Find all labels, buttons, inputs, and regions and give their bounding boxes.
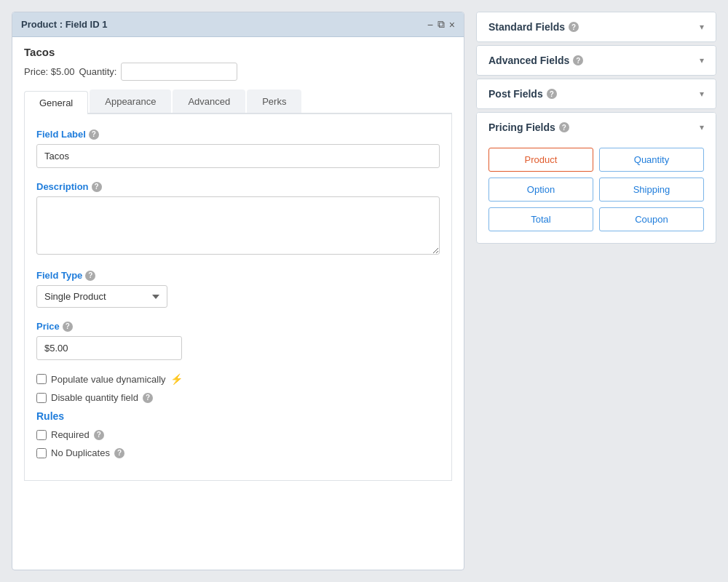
- copy-icon[interactable]: ⧉: [438, 18, 445, 31]
- tab-perks[interactable]: Perks: [247, 89, 301, 113]
- populate-dynamic-label: Populate value dynamically: [51, 374, 166, 385]
- disable-quantity-checkbox[interactable]: [36, 393, 47, 403]
- pricing-btn-quantity[interactable]: Quantity: [599, 148, 704, 172]
- left-panel: Product : Field ID 1 − ⧉ × Tacos Price: …: [12, 12, 464, 570]
- disable-quantity-help-icon[interactable]: ?: [143, 393, 153, 403]
- populate-dynamic-row: Populate value dynamically ⚡: [36, 373, 440, 385]
- description-label: Description ?: [36, 181, 440, 192]
- quantity-label: Quantity:: [79, 66, 116, 77]
- close-icon[interactable]: ×: [449, 19, 455, 31]
- right-panel: Standard Fields ? ▾ Advanced Fields ? ▾ …: [476, 12, 716, 570]
- tab-appearance[interactable]: Appearance: [90, 89, 171, 113]
- panel-body: Tacos Price: $5.00 Quantity: General App…: [12, 37, 464, 570]
- tab-content-general: Field Label ? Description ? Fi: [24, 114, 452, 481]
- pricing-fields-title: Pricing Fields ?: [488, 121, 569, 133]
- pricing-btn-coupon[interactable]: Coupon: [599, 207, 704, 231]
- post-fields-chevron: ▾: [700, 89, 704, 99]
- no-duplicates-row: No Duplicates ?: [36, 447, 440, 458]
- required-row: Required ?: [36, 429, 440, 440]
- field-type-select-wrap: Single Product Product Checkboxes Produc…: [36, 285, 440, 308]
- disable-quantity-row: Disable quantity field ?: [36, 392, 440, 403]
- pricing-btn-shipping[interactable]: Shipping: [599, 178, 704, 202]
- field-type-select[interactable]: Single Product Product Checkboxes Produc…: [36, 285, 167, 308]
- no-duplicates-help-icon[interactable]: ?: [114, 448, 124, 458]
- pricing-btn-product[interactable]: Product: [488, 148, 593, 172]
- price-help-icon[interactable]: ?: [63, 322, 73, 332]
- tab-advanced[interactable]: Advanced: [173, 89, 245, 113]
- price-display: Price: $5.00: [24, 66, 74, 77]
- accordion-advanced: Advanced Fields ? ▾: [476, 45, 716, 76]
- lightning-icon: ⚡: [170, 373, 183, 385]
- price-quantity-row: Price: $5.00 Quantity:: [24, 63, 452, 81]
- populate-dynamic-checkbox[interactable]: [36, 374, 47, 384]
- description-textarea[interactable]: [36, 196, 440, 255]
- field-label-label: Field Label ?: [36, 129, 440, 140]
- accordion-post-header[interactable]: Post Fields ? ▾: [477, 79, 716, 108]
- price-label: Price ?: [36, 321, 440, 332]
- pricing-fields-grid: Product Quantity Option Shipping Total C…: [477, 142, 716, 243]
- accordion-advanced-header[interactable]: Advanced Fields ? ▾: [477, 46, 716, 75]
- minimize-icon[interactable]: −: [427, 19, 433, 31]
- pricing-btn-option[interactable]: Option: [488, 178, 593, 202]
- panel-title: Product : Field ID 1: [21, 19, 107, 30]
- standard-fields-help-icon[interactable]: ?: [569, 22, 579, 32]
- price-group: Price ?: [36, 321, 440, 360]
- field-label-input[interactable]: [36, 144, 440, 168]
- required-label: Required: [51, 429, 90, 440]
- advanced-fields-help-icon[interactable]: ?: [573, 55, 583, 65]
- required-checkbox[interactable]: [36, 430, 47, 440]
- tab-general[interactable]: General: [24, 91, 88, 114]
- price-input[interactable]: [36, 336, 182, 360]
- accordion-pricing-header[interactable]: Pricing Fields ? ▾: [477, 113, 716, 142]
- field-type-label: Field Type ?: [36, 270, 440, 281]
- description-help-icon[interactable]: ?: [92, 182, 102, 192]
- field-label-group: Field Label ?: [36, 129, 440, 168]
- tabs: General Appearance Advanced Perks: [24, 89, 452, 114]
- advanced-fields-chevron: ▾: [700, 55, 704, 65]
- accordion-standard-header[interactable]: Standard Fields ? ▾: [477, 12, 716, 41]
- standard-fields-title: Standard Fields ?: [488, 21, 579, 33]
- field-label-help-icon[interactable]: ?: [89, 129, 99, 140]
- post-fields-title: Post Fields ?: [488, 88, 557, 100]
- description-group: Description ?: [36, 181, 440, 257]
- accordion-standard: Standard Fields ? ▾: [476, 12, 716, 42]
- disable-quantity-label: Disable quantity field: [51, 392, 138, 403]
- standard-fields-chevron: ▾: [700, 22, 704, 32]
- product-title: Tacos: [24, 46, 452, 58]
- post-fields-help-icon[interactable]: ?: [547, 89, 557, 99]
- panel-header-icons: − ⧉ ×: [427, 18, 455, 31]
- no-duplicates-label: No Duplicates: [51, 447, 110, 458]
- field-type-group: Field Type ? Single Product Product Chec…: [36, 270, 440, 308]
- no-duplicates-checkbox[interactable]: [36, 448, 47, 458]
- field-type-help-icon[interactable]: ?: [85, 271, 95, 281]
- pricing-btn-total[interactable]: Total: [488, 207, 593, 231]
- pricing-fields-help-icon[interactable]: ?: [559, 122, 569, 132]
- pricing-fields-chevron: ▾: [700, 122, 704, 132]
- rules-label: Rules: [36, 410, 440, 422]
- quantity-input[interactable]: [121, 63, 237, 81]
- required-help-icon[interactable]: ?: [94, 430, 104, 440]
- panel-header: Product : Field ID 1 − ⧉ ×: [12, 12, 464, 37]
- accordion-post: Post Fields ? ▾: [476, 79, 716, 109]
- advanced-fields-title: Advanced Fields ?: [488, 55, 583, 66]
- accordion-pricing: Pricing Fields ? ▾ Product Quantity Opti…: [476, 112, 716, 244]
